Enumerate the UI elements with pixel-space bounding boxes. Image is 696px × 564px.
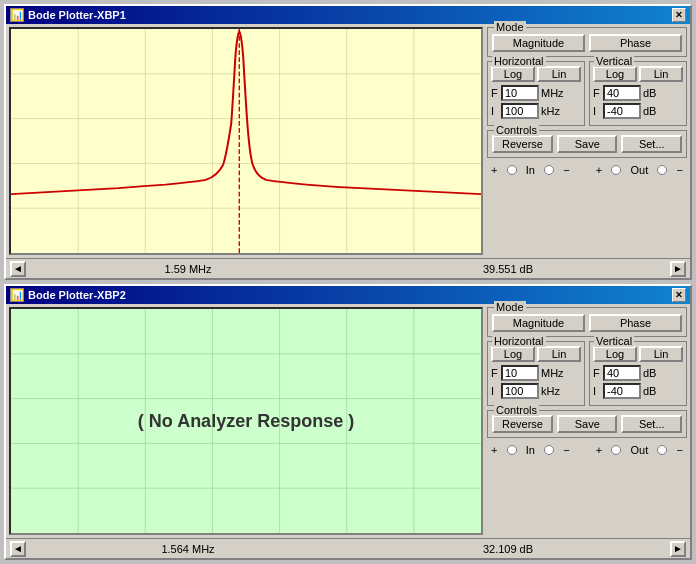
- io-minus1-1: −: [563, 164, 569, 176]
- f-label-v2: F: [593, 367, 601, 379]
- io-out-label-2: Out: [631, 444, 649, 456]
- out-radio-2[interactable]: [611, 445, 621, 455]
- plot-area-1: [9, 27, 483, 255]
- log-button-v2[interactable]: Log: [593, 346, 637, 362]
- log-lin-row-h2: Log Lin: [491, 346, 581, 362]
- left-arrow-2[interactable]: ◄: [10, 541, 26, 557]
- left-arrow-1[interactable]: ◄: [10, 261, 26, 277]
- f-label-h2: F: [491, 367, 499, 379]
- io-plus1-1: +: [491, 164, 497, 176]
- i-unit-h2: kHz: [541, 385, 569, 397]
- right-arrow-2[interactable]: ►: [670, 541, 686, 557]
- title-bar-left-1: 📊 Bode Plotter-XBP1: [10, 8, 126, 22]
- controls-group-1: Controls Reverse Save Set...: [487, 130, 687, 158]
- save-button-1[interactable]: Save: [557, 135, 618, 153]
- controls-buttons-2: Reverse Save Set...: [492, 415, 682, 433]
- phase-button-2[interactable]: Phase: [589, 314, 682, 332]
- io-row-2: + In − + Out −: [487, 442, 687, 458]
- out-radio-1[interactable]: [611, 165, 621, 175]
- controls-label-1: Controls: [494, 124, 539, 136]
- f-label-v1: F: [593, 87, 601, 99]
- phase-button-1[interactable]: Phase: [589, 34, 682, 52]
- set-button-2[interactable]: Set...: [621, 415, 682, 433]
- hv-group-1: Horizontal Log Lin F MHz I kHz: [487, 61, 687, 126]
- log-button-h2[interactable]: Log: [491, 346, 535, 362]
- lin-button-h2[interactable]: Lin: [537, 346, 581, 362]
- log-button-v1[interactable]: Log: [593, 66, 637, 82]
- magnitude-button-2[interactable]: Magnitude: [492, 314, 585, 332]
- f-input-h2[interactable]: [501, 365, 539, 381]
- lin-button-v2[interactable]: Lin: [639, 346, 683, 362]
- f-input-h1[interactable]: [501, 85, 539, 101]
- horizontal-group-2: Horizontal Log Lin F MHz I kHz: [487, 341, 585, 406]
- log-button-h1[interactable]: Log: [491, 66, 535, 82]
- mode-group-1: Mode Magnitude Phase: [487, 27, 687, 57]
- save-button-2[interactable]: Save: [557, 415, 618, 433]
- f-row-h1: F MHz: [491, 85, 581, 101]
- io-plus2-2: +: [596, 444, 602, 456]
- f-row-v1: F dB: [593, 85, 683, 101]
- vertical-label-1: Vertical: [594, 55, 634, 67]
- status-freq-2: 1.564 MHz: [30, 543, 346, 555]
- close-button-2[interactable]: ✕: [672, 288, 686, 302]
- i-input-v1[interactable]: [603, 103, 641, 119]
- out-radio-minus-2[interactable]: [657, 445, 667, 455]
- i-input-h2[interactable]: [501, 383, 539, 399]
- magnitude-button-1[interactable]: Magnitude: [492, 34, 585, 52]
- i-row-v1: I dB: [593, 103, 683, 119]
- in-radio-minus-1[interactable]: [544, 165, 554, 175]
- horizontal-group-1: Horizontal Log Lin F MHz I kHz: [487, 61, 585, 126]
- f-unit-h1: MHz: [541, 87, 569, 99]
- app-icon-2: 📊: [10, 288, 24, 302]
- f-input-v2[interactable]: [603, 365, 641, 381]
- controls-panel-2: Mode Magnitude Phase Horizontal Log Lin …: [487, 307, 687, 535]
- log-lin-row-v2: Log Lin: [593, 346, 683, 362]
- i-unit-v1: dB: [643, 105, 671, 117]
- no-response-text: ( No Analyzer Response ): [138, 411, 354, 432]
- mode-buttons-1: Magnitude Phase: [492, 34, 682, 52]
- lin-button-v1[interactable]: Lin: [639, 66, 683, 82]
- f-row-h2: F MHz: [491, 365, 581, 381]
- horizontal-label-2: Horizontal: [492, 335, 546, 347]
- status-db-2: 32.109 dB: [350, 543, 666, 555]
- i-input-h1[interactable]: [501, 103, 539, 119]
- io-minus1-2: −: [563, 444, 569, 456]
- vertical-group-1: Vertical Log Lin F dB I dB: [589, 61, 687, 126]
- reverse-button-1[interactable]: Reverse: [492, 135, 553, 153]
- i-label-h1: I: [491, 105, 499, 117]
- status-bar-1: ◄ 1.59 MHz 39.551 dB ►: [6, 258, 690, 278]
- plot-svg-1: [11, 29, 481, 253]
- reverse-button-2[interactable]: Reverse: [492, 415, 553, 433]
- mode-label-2: Mode: [494, 301, 526, 313]
- io-plus1-2: +: [491, 444, 497, 456]
- in-radio-minus-2[interactable]: [544, 445, 554, 455]
- io-minus2-1: −: [676, 164, 682, 176]
- i-unit-h1: kHz: [541, 105, 569, 117]
- window-title-1: Bode Plotter-XBP1: [28, 9, 126, 21]
- f-input-v1[interactable]: [603, 85, 641, 101]
- lin-button-h1[interactable]: Lin: [537, 66, 581, 82]
- f-label-h1: F: [491, 87, 499, 99]
- io-plus2-1: +: [596, 164, 602, 176]
- io-in-label-2: In: [526, 444, 535, 456]
- f-unit-h2: MHz: [541, 367, 569, 379]
- vertical-label-2: Vertical: [594, 335, 634, 347]
- set-button-1[interactable]: Set...: [621, 135, 682, 153]
- mode-buttons-2: Magnitude Phase: [492, 314, 682, 332]
- i-label-v1: I: [593, 105, 601, 117]
- out-radio-minus-1[interactable]: [657, 165, 667, 175]
- title-bar-left-2: 📊 Bode Plotter-XBP2: [10, 288, 126, 302]
- io-out-label-1: Out: [631, 164, 649, 176]
- horizontal-label-1: Horizontal: [492, 55, 546, 67]
- close-button-1[interactable]: ✕: [672, 8, 686, 22]
- title-bar-1: 📊 Bode Plotter-XBP1 ✕: [6, 6, 690, 24]
- bode-window-1: 📊 Bode Plotter-XBP1 ✕: [4, 4, 692, 280]
- window-title-2: Bode Plotter-XBP2: [28, 289, 126, 301]
- in-radio-1[interactable]: [507, 165, 517, 175]
- io-minus2-2: −: [676, 444, 682, 456]
- i-input-v2[interactable]: [603, 383, 641, 399]
- i-label-h2: I: [491, 385, 499, 397]
- f-unit-v2: dB: [643, 367, 671, 379]
- right-arrow-1[interactable]: ►: [670, 261, 686, 277]
- in-radio-2[interactable]: [507, 445, 517, 455]
